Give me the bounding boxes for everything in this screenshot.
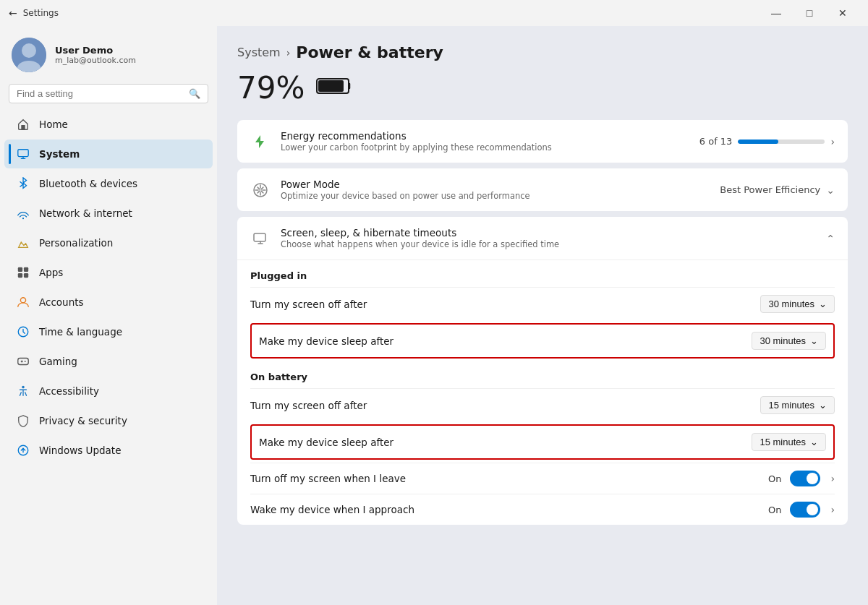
plugged-sleep-value: 30 minutes (760, 335, 806, 346)
battery-screen-off-row[interactable]: Turn my screen off after 15 minutes ⌄ (250, 388, 835, 421)
svg-rect-8 (18, 273, 22, 278)
sidebar-item-update[interactable]: Windows Update (4, 436, 213, 465)
sidebar-item-system[interactable]: System (4, 140, 213, 168)
energy-rec-row[interactable]: Energy recommendations Lower your carbon… (237, 120, 848, 163)
energy-progress-fill (738, 140, 778, 144)
user-name: User Demo (55, 45, 136, 56)
app-body: User Demo m_lab@outlook.com 🔍 Home Syste… (0, 26, 868, 605)
breadcrumb-separator: › (286, 47, 291, 59)
system-icon (16, 147, 30, 161)
plugged-screen-off-row[interactable]: Turn my screen off after 30 minutes ⌄ (250, 287, 835, 320)
time-icon (16, 325, 30, 339)
svg-point-1 (22, 43, 36, 58)
battery-sleep-chevron: ⌄ (810, 437, 818, 447)
sidebar-item-time-label: Time & language (39, 326, 122, 338)
accounts-icon (16, 295, 30, 309)
wake-approach-value: On (768, 505, 781, 515)
screen-leave-label: Turn off my screen when I leave (250, 473, 768, 484)
plugged-sleep-row[interactable]: Make my device sleep after 30 minutes ⌄ (252, 325, 833, 357)
breadcrumb: System › Power & battery (237, 43, 848, 61)
sidebar-item-accounts[interactable]: Accounts (4, 288, 213, 317)
screen-sleep-chevron: ⌃ (826, 233, 835, 244)
plugged-screen-off-control[interactable]: 30 minutes ⌄ (760, 295, 835, 313)
screen-sleep-icon (250, 228, 271, 249)
battery-screen-off-dropdown[interactable]: 15 minutes ⌄ (760, 396, 835, 414)
sidebar-item-update-label: Windows Update (39, 445, 121, 456)
close-button[interactable]: ✕ (826, 0, 859, 26)
search-box[interactable]: 🔍 (9, 84, 208, 103)
search-icon: 🔍 (189, 88, 200, 99)
energy-recommendations-card: Energy recommendations Lower your carbon… (237, 120, 848, 163)
svg-rect-9 (24, 273, 28, 278)
plugged-screen-off-chevron: ⌄ (819, 299, 827, 309)
sidebar-item-personalization-label: Personalization (39, 237, 113, 249)
wake-approach-row[interactable]: Wake my device when I approach On › (250, 494, 835, 525)
battery-sleep-dropdown[interactable]: 15 minutes ⌄ (752, 433, 826, 451)
sidebar-item-home-label: Home (39, 119, 68, 130)
breadcrumb-current: Power & battery (296, 43, 443, 61)
power-mode-right[interactable]: Best Power Efficiency ⌄ (720, 184, 835, 196)
sidebar-item-privacy[interactable]: Privacy & security (4, 406, 213, 435)
energy-progress-bar (738, 140, 825, 144)
plugged-in-label: Plugged in (250, 260, 835, 287)
user-section[interactable]: User Demo m_lab@outlook.com (0, 26, 217, 81)
sidebar-item-gaming[interactable]: Gaming (4, 347, 213, 376)
back-icon[interactable]: ← (9, 7, 17, 19)
sidebar-item-apps-label: Apps (39, 267, 63, 278)
user-email: m_lab@outlook.com (55, 56, 136, 65)
wake-approach-label: Wake my device when I approach (250, 504, 768, 515)
plugged-in-subsection: Plugged in Turn my screen off after 30 m… (237, 260, 848, 525)
power-mode-chevron: ⌄ (826, 184, 835, 196)
battery-screen-off-value: 15 minutes (768, 400, 814, 411)
battery-icon (316, 74, 354, 102)
sidebar: User Demo m_lab@outlook.com 🔍 Home Syste… (0, 26, 217, 605)
screen-leave-toggle[interactable] (790, 471, 820, 486)
title-bar-left: ← Settings (9, 7, 59, 19)
bluetooth-icon (16, 176, 30, 191)
battery-sleep-row[interactable]: Make my device sleep after 15 minutes ⌄ (252, 426, 833, 458)
accessibility-icon (16, 384, 30, 398)
sidebar-item-accessibility-label: Accessibility (39, 385, 99, 397)
sidebar-item-home[interactable]: Home (4, 110, 213, 139)
apps-icon (16, 265, 30, 280)
app-title: Settings (23, 8, 59, 18)
svg-rect-12 (18, 359, 28, 365)
breadcrumb-parent[interactable]: System (237, 46, 281, 59)
screen-sleep-header-text: Screen, sleep, & hibernate timeouts Choo… (281, 227, 816, 249)
power-mode-row[interactable]: Power Mode Optimize your device based on… (237, 168, 848, 211)
svg-point-5 (22, 218, 24, 219)
battery-sleep-label: Make my device sleep after (259, 437, 752, 448)
svg-rect-4 (18, 150, 28, 157)
maximize-button[interactable]: □ (793, 0, 826, 26)
screen-leave-row[interactable]: Turn off my screen when I leave On › (250, 463, 835, 494)
plugged-sleep-dropdown[interactable]: 30 minutes ⌄ (752, 332, 826, 350)
minimize-button[interactable]: — (760, 0, 793, 26)
plugged-screen-off-value: 30 minutes (768, 299, 814, 309)
energy-rec-chevron: › (830, 136, 835, 147)
screen-leave-value: On (768, 473, 781, 484)
sidebar-item-bluetooth[interactable]: Bluetooth & devices (4, 169, 213, 198)
home-icon (16, 117, 30, 132)
sidebar-item-accessibility[interactable]: Accessibility (4, 377, 213, 406)
battery-sleep-row-highlight: Make my device sleep after 15 minutes ⌄ (250, 424, 835, 460)
power-mode-title: Power Mode (281, 179, 710, 190)
energy-rec-progress-label: 6 of 13 (699, 136, 733, 147)
battery-screen-off-control[interactable]: 15 minutes ⌄ (760, 396, 835, 414)
wake-approach-control: On › (768, 502, 835, 518)
sidebar-item-system-label: System (39, 148, 80, 160)
battery-sleep-control[interactable]: 15 minutes ⌄ (752, 433, 826, 451)
svg-point-13 (25, 361, 26, 362)
search-input[interactable] (17, 88, 184, 99)
sidebar-item-time[interactable]: Time & language (4, 317, 213, 346)
power-mode-text: Power Mode Optimize your device based on… (281, 179, 710, 201)
plugged-sleep-control[interactable]: 30 minutes ⌄ (752, 332, 826, 350)
screen-sleep-header[interactable]: Screen, sleep, & hibernate timeouts Choo… (237, 217, 848, 260)
wake-approach-toggle[interactable] (790, 502, 820, 518)
sidebar-item-network[interactable]: Network & internet (4, 199, 213, 228)
plugged-screen-off-dropdown[interactable]: 30 minutes ⌄ (760, 295, 835, 313)
battery-screen-off-label: Turn my screen off after (250, 400, 760, 411)
energy-rec-title: Energy recommendations (281, 130, 689, 142)
sidebar-item-personalization[interactable]: Personalization (4, 228, 213, 257)
gaming-icon (16, 354, 30, 369)
sidebar-item-apps[interactable]: Apps (4, 258, 213, 287)
